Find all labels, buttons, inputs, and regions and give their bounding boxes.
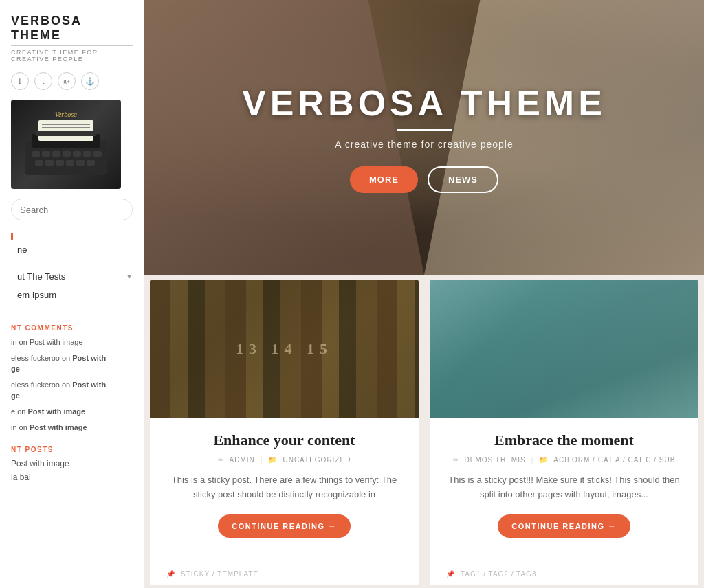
- post-title-2: Embrace the moment: [446, 431, 682, 449]
- svg-rect-11: [83, 151, 91, 157]
- post-card-1: Enhance your content ✏ ADMIN | 📁 UNCATEG…: [150, 280, 419, 585]
- post-footer-1: 📌 STICKY / TEMPLATE: [150, 563, 419, 585]
- post-card-2: Embrace the moment ✏ DEMOS THEMIS | 📁 AC…: [430, 280, 698, 585]
- comment-item-1: in on Post with image: [11, 337, 133, 348]
- svg-rect-10: [73, 151, 81, 157]
- svg-rect-3: [42, 124, 90, 125]
- svg-text:Verbosa: Verbosa: [55, 111, 77, 118]
- recent-post-1[interactable]: Post with image: [11, 459, 133, 468]
- hero-more-button[interactable]: MORE: [350, 166, 418, 193]
- search-input[interactable]: [12, 200, 133, 220]
- svg-rect-13: [35, 160, 43, 166]
- footer-icon-1: 📌: [166, 570, 175, 578]
- post-author-1: ADMIN: [230, 456, 255, 464]
- svg-rect-4: [42, 127, 90, 128]
- hero-content: VERBOSA THEME A creative theme for creat…: [242, 82, 606, 193]
- post-author-2: DEMOS THEMIS: [465, 456, 526, 464]
- nav-item-tests[interactable]: ut The Tests ▼: [11, 268, 133, 285]
- nav-item-home[interactable]: [11, 233, 133, 240]
- post-tags-1: STICKY / TEMPLATE: [181, 570, 258, 578]
- search-container[interactable]: 🔍: [11, 199, 133, 220]
- meta-sep-2: |: [531, 456, 534, 464]
- site-subtitle: CREATIVE THEME FOR CREATIVE PEOPLE: [11, 49, 133, 63]
- author-icon-2: ✏: [453, 456, 459, 464]
- hero-subtitle: A creative theme for creative people: [242, 139, 606, 150]
- svg-rect-18: [87, 160, 95, 166]
- svg-rect-6: [32, 151, 40, 157]
- category-icon-2: 📁: [539, 456, 548, 464]
- sidebar: VERBOSA THEME CREATIVE THEME FOR CREATIV…: [0, 0, 144, 588]
- google-plus-icon[interactable]: g+: [58, 72, 76, 90]
- post-content-2: Embrace the moment ✏ DEMOS THEMIS | 📁 AC…: [430, 418, 698, 563]
- post-image-1: [150, 280, 419, 418]
- post-tags-2: TAG1 / TAG2 / TAG3: [461, 570, 536, 578]
- post-excerpt-2: This is a sticky post!!! Make sure it st…: [446, 473, 682, 502]
- posts-grid: Enhance your content ✏ ADMIN | 📁 UNCATEG…: [144, 275, 704, 588]
- main-content: VERBOSA THEME A creative theme for creat…: [144, 0, 704, 588]
- facebook-icon[interactable]: f: [11, 72, 29, 90]
- nav-item-3[interactable]: [11, 260, 133, 267]
- site-title: VERBOSA THEME: [11, 14, 133, 46]
- svg-rect-7: [42, 151, 50, 157]
- nav-item-2[interactable]: ne: [11, 241, 133, 258]
- post-meta-2: ✏ DEMOS THEMIS | 📁 ACIFORM / CAT A / CAT…: [446, 456, 682, 464]
- svg-rect-15: [56, 160, 64, 166]
- comment-item-2: eless fuckeroo on Post withge: [11, 353, 133, 374]
- post-content-1: Enhance your content ✏ ADMIN | 📁 UNCATEG…: [150, 418, 419, 563]
- svg-rect-9: [63, 151, 71, 157]
- recent-post-2[interactable]: la bal: [11, 473, 133, 482]
- category-icon-1: 📁: [268, 456, 277, 464]
- sidebar-logo: Verbosa: [11, 100, 121, 189]
- continue-reading-button-1[interactable]: CONTINUE READING →: [218, 514, 350, 538]
- svg-rect-12: [94, 151, 102, 157]
- comment-item-3: eless fuckeroo on Post withge: [11, 380, 133, 401]
- hero-title: VERBOSA THEME: [242, 82, 606, 124]
- recent-comments-title: NT COMMENTS: [11, 324, 133, 332]
- social-icons: f t g+ ⚓: [11, 72, 133, 90]
- post-excerpt-1: This is a sticky post. There are a few t…: [166, 473, 402, 502]
- post-title-1: Enhance your content: [166, 431, 402, 449]
- footer-icon-2: 📌: [446, 570, 455, 578]
- meta-sep-1: |: [261, 456, 263, 464]
- svg-rect-17: [76, 160, 85, 166]
- comment-item-5: in on Post with image: [11, 422, 133, 433]
- hero-section: VERBOSA THEME A creative theme for creat…: [144, 0, 704, 275]
- hero-divider: [397, 129, 452, 131]
- post-category-1: UNCATEGORIZED: [283, 456, 351, 464]
- nav-menu: ne ut The Tests ▼ em Ipsum: [11, 233, 133, 305]
- twitter-icon[interactable]: t: [34, 72, 52, 90]
- hero-news-button[interactable]: NEWS: [428, 166, 498, 193]
- svg-rect-16: [66, 160, 74, 166]
- svg-rect-14: [45, 160, 54, 166]
- post-footer-2: 📌 TAG1 / TAG2 / TAG3: [430, 563, 698, 585]
- nav-item-lorem[interactable]: em Ipsum: [11, 286, 133, 304]
- svg-rect-8: [52, 151, 60, 157]
- author-icon-1: ✏: [218, 456, 224, 464]
- link-icon[interactable]: ⚓: [81, 72, 99, 90]
- post-image-2: [430, 280, 698, 418]
- svg-rect-5: [35, 131, 97, 136]
- hero-buttons: MORE NEWS: [242, 166, 606, 193]
- post-category-2: ACIFORM / CAT A / CAT C / SUB: [553, 456, 675, 464]
- post-meta-1: ✏ ADMIN | 📁 UNCATEGORIZED: [166, 456, 402, 464]
- comment-item-4: e on Post with image: [11, 407, 133, 417]
- recent-posts-title: NT POSTS: [11, 446, 133, 453]
- continue-reading-button-2[interactable]: CONTINUE READING →: [498, 514, 630, 538]
